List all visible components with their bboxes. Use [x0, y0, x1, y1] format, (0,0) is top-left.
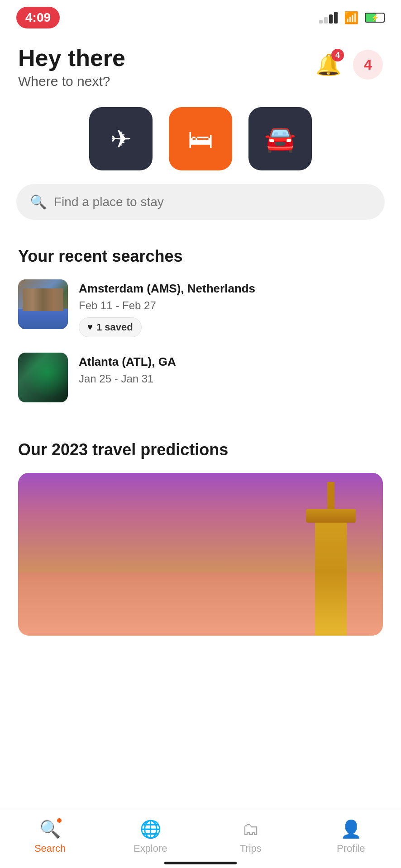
bottom-nav: 🔍 Search 🌐 Explore 🗂 Trips 👤 Profile	[0, 810, 401, 868]
heart-icon: ♥	[87, 322, 93, 332]
amsterdam-thumbnail	[18, 279, 68, 329]
status-time: 4:09	[16, 7, 60, 28]
header-left: Hey there Where to next?	[18, 45, 125, 89]
count-badge[interactable]: 4	[353, 50, 383, 80]
search-icon: 🔍	[30, 194, 47, 210]
recent-searches-section: Your recent searches Amsterdam (AMS), Ne…	[0, 229, 401, 427]
explore-nav-icon: 🌐	[140, 819, 161, 839]
search-nav-dot	[56, 817, 62, 824]
nav-item-profile[interactable]: 👤 Profile	[301, 819, 401, 854]
list-item[interactable]: Amsterdam (AMS), Netherlands Feb 11 - Fe…	[18, 279, 383, 337]
atlanta-dates: Jan 25 - Jan 31	[79, 373, 383, 385]
amsterdam-city: Amsterdam (AMS), Netherlands	[79, 281, 383, 297]
profile-nav-label: Profile	[337, 843, 365, 854]
home-indicator	[164, 862, 237, 864]
trips-nav-icon: 🗂	[242, 820, 259, 839]
atlanta-thumbnail	[18, 353, 68, 402]
notification-badge: 4	[331, 49, 344, 61]
flights-icon: ✈	[110, 124, 132, 154]
header-right: 🔔 4 4	[312, 49, 383, 80]
saved-count: 1 saved	[96, 321, 133, 333]
greeting-subtitle: Where to next?	[18, 74, 125, 89]
amsterdam-dates: Feb 11 - Feb 27	[79, 299, 383, 312]
nav-item-explore[interactable]: 🌐 Explore	[100, 819, 201, 854]
profile-nav-icon: 👤	[340, 819, 362, 839]
recent-searches-title: Your recent searches	[18, 247, 383, 266]
cars-icon: 🚘	[264, 124, 296, 154]
nav-item-trips[interactable]: 🗂 Trips	[200, 820, 301, 854]
tower-image	[315, 509, 347, 636]
wifi-icon: 📶	[344, 11, 358, 25]
status-icons: 📶 ⚡	[319, 11, 385, 25]
battery-icon: ⚡	[365, 13, 385, 23]
notification-bell[interactable]: 🔔 4	[312, 49, 344, 80]
search-bar-container: 🔍	[0, 184, 401, 229]
hotels-icon: 🛏	[188, 124, 213, 154]
greeting-title: Hey there	[18, 45, 125, 71]
trips-nav-label: Trips	[240, 843, 262, 854]
main-search-bar[interactable]: 🔍	[16, 184, 385, 220]
explore-nav-label: Explore	[134, 843, 167, 854]
search-nav-label: Search	[34, 843, 66, 854]
signal-icon	[319, 12, 338, 24]
atlanta-city: Atlanta (ATL), GA	[79, 354, 383, 370]
amsterdam-info: Amsterdam (AMS), Netherlands Feb 11 - Fe…	[79, 279, 383, 337]
predictions-image[interactable]	[18, 473, 383, 636]
cars-button[interactable]: 🚘	[248, 107, 312, 170]
saved-badge[interactable]: ♥ 1 saved	[79, 317, 142, 337]
place-search-input[interactable]	[54, 195, 371, 209]
nav-item-search[interactable]: 🔍 Search	[0, 819, 100, 854]
search-nav-icon-wrapper: 🔍	[39, 819, 61, 839]
predictions-section: Our 2023 travel predictions	[0, 427, 401, 645]
category-buttons: ✈ 🛏 🚘	[0, 98, 401, 184]
predictions-title: Our 2023 travel predictions	[18, 440, 383, 459]
hotels-button[interactable]: 🛏	[169, 107, 232, 170]
list-item[interactable]: Atlanta (ATL), GA Jan 25 - Jan 31	[18, 353, 383, 402]
atlanta-info: Atlanta (ATL), GA Jan 25 - Jan 31	[79, 353, 383, 385]
header: Hey there Where to next? 🔔 4 4	[0, 32, 401, 98]
flights-button[interactable]: ✈	[89, 107, 153, 170]
status-bar: 4:09 📶 ⚡	[0, 0, 401, 32]
